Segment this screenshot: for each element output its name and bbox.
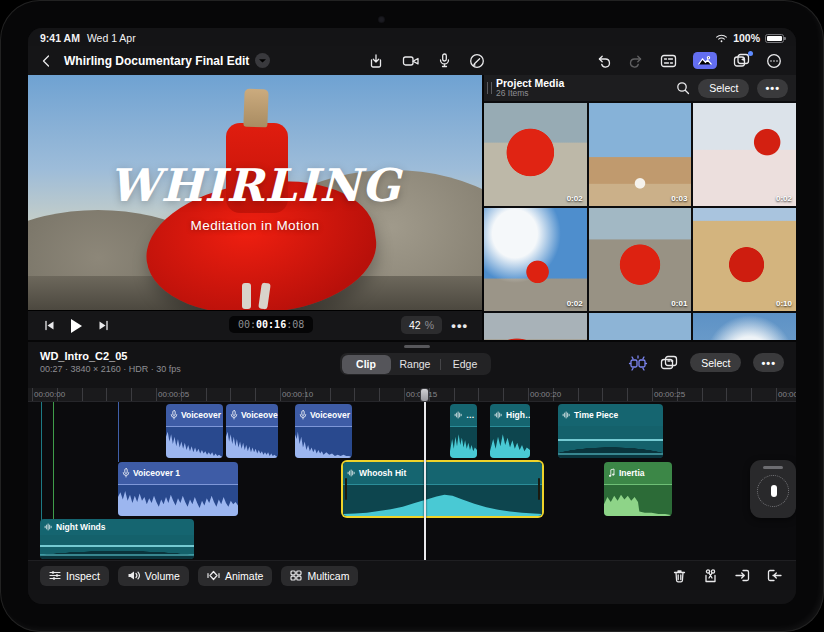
timeline-clip[interactable]: High…: [490, 404, 530, 458]
selection-mode-segmented-control: Clip Range Edge: [340, 353, 491, 375]
multicam-button[interactable]: Multicam: [281, 566, 358, 586]
viewer-more-icon[interactable]: •••: [451, 318, 468, 333]
media-thumbnail[interactable]: [693, 313, 796, 340]
clip-label: Time Piece: [574, 410, 618, 420]
media-thumbnail[interactable]: 0:02: [484, 103, 587, 206]
ruler-label: 00:00:05: [158, 390, 189, 399]
timeline-clip[interactable]: Voiceover 1: [118, 462, 238, 516]
skip-forward-icon[interactable]: [98, 320, 109, 331]
pencil-icon[interactable]: [469, 53, 485, 69]
insert-clip-icon[interactable]: [735, 569, 750, 582]
media-grid: 0:02 0:03 0:02 0:02 0:01 0:10: [484, 103, 796, 340]
media-thumbnail[interactable]: 0:03: [589, 103, 692, 206]
zoom-level-control[interactable]: 42%: [401, 316, 442, 334]
timeline-clip[interactable]: Voiceover 2: [226, 404, 278, 458]
inspect-button[interactable]: Inspect: [40, 566, 109, 586]
skip-back-icon[interactable]: [44, 320, 55, 331]
top-toolbar: Whirling Documentary Final Edit: [28, 46, 796, 75]
back-button[interactable]: [40, 54, 52, 68]
play-button[interactable]: [71, 319, 82, 333]
zoom-value: 42: [409, 319, 421, 331]
wifi-icon: [715, 33, 728, 43]
ipad-device: 9:41 AM Wed 1 Apr 100% Whirling Document…: [0, 0, 824, 632]
timeline-clip[interactable]: Inertia: [604, 462, 672, 516]
playhead-line[interactable]: [424, 402, 426, 560]
timeline-tracks[interactable]: Voiceover 2 Voiceover 2 Voiceover 3 … Hi…: [28, 402, 796, 560]
timeline-resize-handle[interactable]: [404, 345, 430, 348]
timeline-clip-meta: 00:27 · 3840 × 2160 · HDR · 30 fps: [40, 364, 181, 374]
redo-icon[interactable]: [628, 53, 644, 69]
viewer[interactable]: WHIRLING Meditation in Motion: [28, 75, 482, 310]
project-title: Whirling Documentary Final Edit: [64, 54, 249, 68]
media-thumbnail[interactable]: 0:01: [589, 208, 692, 311]
undo-icon[interactable]: [596, 53, 612, 69]
clip-label: Voiceover 2: [181, 410, 223, 420]
media-thumbnail[interactable]: 0:02: [484, 208, 587, 311]
overwrite-clip-icon[interactable]: [767, 569, 782, 582]
ruler-label: 00:00:25: [654, 390, 685, 399]
media-browser-icon[interactable]: [693, 52, 717, 69]
clip-label: Night Winds: [56, 522, 106, 532]
timeline-more-button[interactable]: •••: [753, 353, 784, 372]
jog-dial[interactable]: [757, 475, 789, 507]
notification-dot: [748, 51, 753, 56]
battery-icon: [765, 34, 784, 43]
clip-label: Voiceover 2: [241, 410, 278, 420]
inspect-label: Inspect: [66, 570, 100, 582]
timecode-display[interactable]: 00:00:16:08: [229, 316, 313, 333]
battery-percent: 100%: [733, 32, 760, 44]
chevron-down-icon[interactable]: [255, 53, 270, 68]
enhance-clips-icon[interactable]: [628, 355, 648, 371]
status-date: Wed 1 Apr: [87, 32, 136, 44]
timeline-ruler[interactable]: 00:00:00 00:00:05 00:00:10 00:00:15 00:0…: [28, 388, 796, 402]
camera-icon[interactable]: [402, 54, 420, 68]
front-camera: [378, 16, 385, 23]
timeline-select-button[interactable]: Select: [690, 353, 741, 372]
timeline-panel: WD_Intro_C2_05 00:27 · 3840 × 2160 · HDR…: [28, 340, 796, 604]
animate-button[interactable]: Animate: [198, 566, 273, 586]
more-icon[interactable]: [766, 53, 782, 69]
volume-button[interactable]: Volume: [118, 566, 189, 586]
media-thumbnail[interactable]: 0:02: [693, 103, 796, 206]
media-thumbnail[interactable]: [484, 313, 587, 340]
timeline-clip[interactable]: Voiceover 2: [166, 404, 223, 458]
media-thumbnail[interactable]: 0:10: [693, 208, 796, 311]
timeline-clip-selected[interactable]: Whoosh Hit: [343, 462, 542, 516]
clip-overlay-icon[interactable]: [660, 355, 678, 370]
media-thumbnail[interactable]: [589, 313, 692, 340]
blade-icon[interactable]: [703, 569, 718, 583]
clip-duration: 0:10: [776, 299, 792, 308]
mode-range[interactable]: Range: [391, 355, 440, 374]
timeline-clip[interactable]: Voiceover 3: [295, 404, 352, 458]
clip-label: Voiceover 3: [310, 410, 352, 420]
ruler-label: 00:00:30: [778, 390, 796, 399]
mode-clip[interactable]: Clip: [342, 355, 391, 374]
clip-duration: 0:03: [671, 194, 687, 203]
timeline-clip[interactable]: Night Winds: [40, 519, 194, 559]
index-icon[interactable]: [660, 54, 677, 68]
mode-edge[interactable]: Edge: [441, 355, 490, 374]
panel-resize-handle[interactable]: [487, 82, 492, 94]
playhead-handle[interactable]: [420, 388, 429, 402]
media-more-button[interactable]: •••: [757, 79, 788, 98]
search-icon[interactable]: [676, 81, 690, 95]
timeline-clip[interactable]: …: [450, 404, 477, 458]
ruler-label: 00:00:00: [34, 390, 65, 399]
dervish-leg: [242, 283, 251, 309]
clip-duration: 0:01: [671, 299, 687, 308]
project-media-panel: Project Media 26 Items Select ••• 0:02 0…: [482, 75, 796, 340]
export-icon[interactable]: [368, 53, 384, 69]
timeline-header: WD_Intro_C2_05 00:27 · 3840 × 2160 · HDR…: [28, 342, 796, 386]
project-title-menu[interactable]: Whirling Documentary Final Edit: [64, 53, 270, 68]
trim-handle-left[interactable]: [345, 478, 347, 500]
effects-icon[interactable]: [733, 53, 750, 68]
trash-icon[interactable]: [673, 569, 686, 583]
trim-handle-right[interactable]: [538, 478, 540, 500]
jog-wheel[interactable]: [750, 460, 796, 518]
media-panel-header: Project Media 26 Items Select •••: [484, 75, 796, 101]
timeline-clip[interactable]: Time Piece: [558, 404, 663, 458]
media-select-button[interactable]: Select: [698, 79, 749, 98]
mic-icon[interactable]: [438, 53, 451, 69]
status-time: 9:41 AM: [40, 32, 80, 44]
clip-connector-line: [41, 402, 42, 520]
